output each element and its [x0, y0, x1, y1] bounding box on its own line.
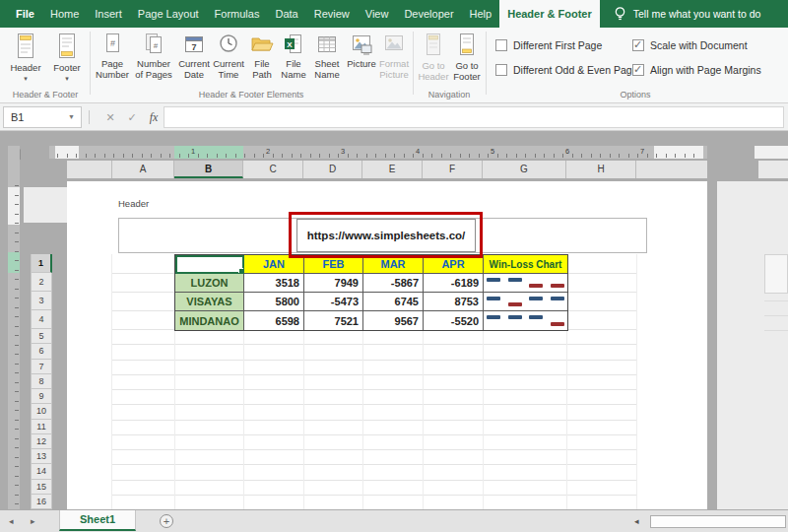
- row-header-15[interactable]: 15: [31, 480, 52, 495]
- checkbox-align-with-margins[interactable]: Align with Page Margins: [632, 64, 761, 76]
- checkbox-box[interactable]: [495, 64, 507, 76]
- cell-row-label[interactable]: VISAYAS: [175, 293, 244, 311]
- number-of-pages-button[interactable]: # Number of Pages: [132, 33, 175, 80]
- cell-value[interactable]: 5800: [244, 293, 304, 311]
- row-header-10[interactable]: 10: [31, 404, 52, 419]
- formula-input[interactable]: [164, 106, 784, 128]
- tab-data[interactable]: Data: [267, 0, 305, 28]
- file-path-button[interactable]: File Path: [247, 33, 277, 80]
- tab-formulas[interactable]: Formulas: [207, 0, 268, 28]
- winloss-sparkline[interactable]: [484, 274, 567, 293]
- file-path-icon: [250, 33, 274, 56]
- column-header-c[interactable]: C: [243, 161, 303, 178]
- checkbox-different-first-page[interactable]: Different First Page: [495, 39, 602, 51]
- checkbox-box[interactable]: [632, 64, 644, 76]
- tab-header-footer[interactable]: Header & Footer: [499, 0, 600, 28]
- scrollbar-left-arrow-icon[interactable]: ◂: [634, 516, 639, 526]
- checkbox-box[interactable]: [632, 39, 644, 51]
- cell-value[interactable]: 3518: [244, 274, 304, 293]
- row-header-5[interactable]: 5: [31, 329, 52, 344]
- cell-b1-selected[interactable]: [175, 255, 244, 274]
- column-header-h[interactable]: H: [566, 161, 636, 178]
- row-header-6[interactable]: 6: [31, 344, 52, 359]
- header-dropdown-caret[interactable]: ▾: [24, 75, 28, 83]
- cell-value[interactable]: 7949: [304, 274, 363, 293]
- row-header-2[interactable]: 2: [31, 273, 52, 292]
- current-time-button[interactable]: Current Time: [211, 33, 246, 80]
- name-box[interactable]: B1 ▼: [3, 106, 82, 128]
- formula-bar: B1 ▼ ✕ ✓ fx: [0, 103, 788, 131]
- checkbox-scale-with-document[interactable]: Scale with Document: [632, 39, 748, 51]
- cell-value[interactable]: -5473: [304, 293, 363, 311]
- svg-text:X: X: [287, 40, 293, 49]
- cell-value[interactable]: -5867: [363, 274, 424, 293]
- cell-value[interactable]: 6598: [244, 311, 304, 330]
- page-number-button[interactable]: # Page Number: [94, 33, 131, 80]
- sheet-nav-left-icon[interactable]: ◂: [9, 510, 14, 532]
- vertical-ruler[interactable]: [8, 146, 20, 509]
- cell-value[interactable]: 9567: [363, 311, 424, 330]
- column-header-b[interactable]: B: [174, 161, 243, 178]
- row-header-11[interactable]: 11: [31, 420, 52, 434]
- horizontal-scrollbar[interactable]: ◂: [626, 514, 788, 529]
- checkbox-box[interactable]: [495, 39, 507, 51]
- cell-value[interactable]: 6745: [363, 293, 424, 311]
- sheet-nav-right-icon[interactable]: ▸: [31, 510, 35, 532]
- row-header-7[interactable]: 7: [31, 360, 52, 374]
- tab-help[interactable]: Help: [462, 0, 500, 28]
- cell-row-label[interactable]: LUZON: [175, 274, 244, 293]
- enter-icon[interactable]: ✓: [122, 106, 142, 128]
- cell-row-label[interactable]: MINDANAO: [175, 311, 244, 330]
- tab-view[interactable]: View: [358, 0, 397, 28]
- row-header-9[interactable]: 9: [31, 389, 52, 404]
- go-to-header-button: Go to Header: [418, 33, 449, 82]
- horizontal-ruler[interactable]: 1 2 3 4 5 6 7: [49, 146, 707, 159]
- tell-me-box[interactable]: Tell me what you want to do: [614, 0, 761, 28]
- tab-file[interactable]: File: [8, 0, 42, 28]
- group-label-elements: Header & Footer Elements: [128, 90, 374, 100]
- cell-value[interactable]: -5520: [424, 311, 484, 330]
- tab-home[interactable]: Home: [42, 0, 87, 28]
- sheet-name-button[interactable]: Sheet Name: [310, 33, 344, 80]
- header-button[interactable]: Header ▾: [6, 33, 45, 82]
- checkbox-different-odd-even[interactable]: Different Odd & Even Pages: [495, 64, 643, 76]
- row-header-8[interactable]: 8: [31, 374, 52, 389]
- winloss-sparkline[interactable]: [484, 311, 567, 330]
- column-header-e[interactable]: E: [362, 161, 423, 178]
- tab-review[interactable]: Review: [306, 0, 358, 28]
- add-sheet-button[interactable]: +: [160, 514, 173, 528]
- footer-button[interactable]: Footer ▾: [47, 33, 87, 82]
- cell-value[interactable]: -6189: [424, 274, 484, 293]
- column-header-f[interactable]: F: [423, 161, 483, 178]
- go-to-footer-button[interactable]: Go to Footer: [451, 33, 483, 82]
- column-header-g[interactable]: G: [483, 161, 566, 178]
- row-header-12[interactable]: 12: [31, 434, 52, 449]
- cell-value[interactable]: 8753: [424, 293, 484, 311]
- sheet-tab-sheet1[interactable]: Sheet1: [59, 510, 136, 531]
- name-box-caret-icon[interactable]: ▼: [68, 107, 75, 127]
- current-date-button[interactable]: 7 Current Date: [176, 33, 212, 80]
- row-header-4[interactable]: 4: [31, 310, 52, 329]
- cancel-icon[interactable]: ✕: [100, 106, 120, 128]
- svg-text:#: #: [154, 41, 159, 50]
- cell-header-winloss[interactable]: Win-Loss Chart: [484, 255, 567, 274]
- tab-page-layout[interactable]: Page Layout: [130, 0, 207, 28]
- row-header-13[interactable]: 13: [31, 449, 52, 464]
- column-header-d[interactable]: D: [303, 161, 362, 178]
- winloss-sparkline[interactable]: [484, 293, 567, 311]
- cell-value[interactable]: 7521: [304, 311, 363, 330]
- row-header-3[interactable]: 3: [31, 292, 52, 310]
- tab-developer[interactable]: Developer: [396, 0, 461, 28]
- row-header-16[interactable]: 16: [31, 495, 52, 509]
- tab-insert[interactable]: Insert: [87, 0, 130, 28]
- insert-function-icon[interactable]: fx: [144, 106, 164, 128]
- column-header-a[interactable]: A: [111, 161, 174, 178]
- ruler-number: 1: [191, 147, 195, 156]
- footer-dropdown-caret[interactable]: ▾: [65, 75, 69, 83]
- row-header-14[interactable]: 14: [31, 464, 52, 479]
- row-header-1[interactable]: 1: [31, 254, 52, 273]
- file-name-button[interactable]: X File Name: [278, 33, 309, 80]
- picture-button[interactable]: Picture: [345, 33, 378, 70]
- scrollbar-thumb[interactable]: [650, 515, 786, 528]
- next-page-gridline: [764, 300, 788, 301]
